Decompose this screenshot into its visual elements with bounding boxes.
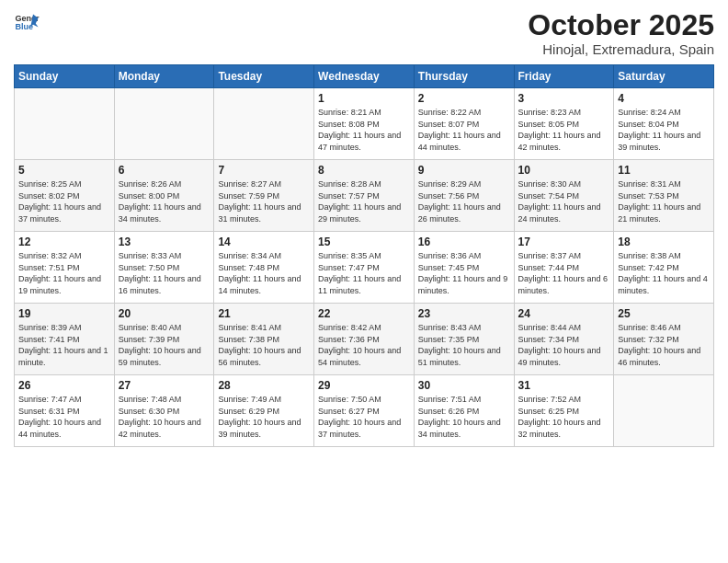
day-info: Sunrise: 8:34 AM Sunset: 7:48 PM Dayligh…: [218, 250, 310, 296]
day-info: Sunrise: 7:47 AM Sunset: 6:31 PM Dayligh…: [18, 394, 110, 440]
day-info: Sunrise: 8:36 AM Sunset: 7:45 PM Dayligh…: [418, 250, 510, 296]
page-header: General Blue October 2025 Hinojal, Extre…: [14, 9, 714, 57]
calendar-cell: 16Sunrise: 8:36 AM Sunset: 7:45 PM Dayli…: [414, 232, 514, 304]
day-number: 6: [119, 164, 210, 177]
day-info: Sunrise: 8:41 AM Sunset: 7:38 PM Dayligh…: [218, 322, 310, 368]
day-number: 20: [119, 307, 210, 320]
calendar-cell: 23Sunrise: 8:43 AM Sunset: 7:35 PM Dayli…: [414, 304, 514, 375]
day-info: Sunrise: 8:27 AM Sunset: 7:59 PM Dayligh…: [218, 178, 310, 224]
calendar-cell: 3Sunrise: 8:23 AM Sunset: 8:05 PM Daylig…: [514, 88, 614, 160]
day-info: Sunrise: 8:29 AM Sunset: 7:56 PM Dayligh…: [418, 178, 510, 224]
day-number: 28: [218, 379, 310, 392]
day-info: Sunrise: 8:24 AM Sunset: 8:04 PM Dayligh…: [618, 107, 710, 153]
day-number: 31: [518, 379, 610, 392]
page-container: General Blue October 2025 Hinojal, Extre…: [0, 0, 728, 456]
day-info: Sunrise: 8:22 AM Sunset: 8:07 PM Dayligh…: [418, 107, 510, 153]
calendar-cell: 15Sunrise: 8:35 AM Sunset: 7:47 PM Dayli…: [314, 232, 415, 304]
calendar-header: Sunday Monday Tuesday Wednesday Thursday…: [15, 65, 714, 88]
day-number: 27: [119, 379, 210, 392]
day-info: Sunrise: 7:50 AM Sunset: 6:27 PM Dayligh…: [318, 394, 410, 440]
day-number: 17: [518, 236, 610, 248]
day-number: 2: [418, 92, 510, 105]
day-info: Sunrise: 8:37 AM Sunset: 7:44 PM Dayligh…: [518, 250, 610, 296]
calendar-cell: 2Sunrise: 8:22 AM Sunset: 8:07 PM Daylig…: [414, 88, 514, 160]
day-info: Sunrise: 8:40 AM Sunset: 7:39 PM Dayligh…: [119, 322, 210, 368]
calendar-cell: 31Sunrise: 7:52 AM Sunset: 6:25 PM Dayli…: [514, 375, 614, 447]
day-number: 16: [418, 236, 510, 248]
day-number: 19: [18, 307, 110, 320]
calendar-cell: 6Sunrise: 8:26 AM Sunset: 8:00 PM Daylig…: [114, 160, 214, 232]
day-number: 3: [518, 92, 610, 105]
calendar-cell: 5Sunrise: 8:25 AM Sunset: 8:02 PM Daylig…: [15, 160, 115, 232]
calendar-cell: 22Sunrise: 8:42 AM Sunset: 7:36 PM Dayli…: [314, 304, 415, 375]
calendar-cell: 21Sunrise: 8:41 AM Sunset: 7:38 PM Dayli…: [214, 304, 314, 375]
day-info: Sunrise: 8:28 AM Sunset: 7:57 PM Dayligh…: [318, 178, 410, 224]
day-number: 21: [218, 307, 310, 320]
day-number: 22: [318, 307, 410, 320]
day-number: 5: [18, 164, 110, 177]
day-number: 10: [518, 164, 610, 177]
day-info: Sunrise: 8:31 AM Sunset: 7:53 PM Dayligh…: [618, 178, 710, 224]
day-info: Sunrise: 8:43 AM Sunset: 7:35 PM Dayligh…: [418, 322, 510, 368]
calendar-cell: 25Sunrise: 8:46 AM Sunset: 7:32 PM Dayli…: [614, 304, 714, 375]
calendar-cell: 14Sunrise: 8:34 AM Sunset: 7:48 PM Dayli…: [214, 232, 314, 304]
col-sunday: Sunday: [15, 65, 115, 88]
day-number: 13: [119, 236, 210, 248]
calendar-cell: 30Sunrise: 7:51 AM Sunset: 6:26 PM Dayli…: [414, 375, 514, 447]
col-wednesday: Wednesday: [314, 65, 415, 88]
title-block: October 2025 Hinojal, Extremadura, Spain: [528, 9, 714, 57]
day-info: Sunrise: 8:21 AM Sunset: 8:08 PM Dayligh…: [318, 107, 410, 153]
svg-text:Blue: Blue: [15, 22, 33, 31]
day-number: 29: [318, 379, 410, 392]
day-number: 1: [318, 92, 410, 105]
day-number: 7: [218, 164, 310, 177]
day-number: 18: [618, 236, 710, 248]
calendar-table: Sunday Monday Tuesday Wednesday Thursday…: [14, 64, 714, 447]
day-info: Sunrise: 7:52 AM Sunset: 6:25 PM Dayligh…: [518, 394, 610, 440]
col-friday: Friday: [514, 65, 614, 88]
day-number: 26: [18, 379, 110, 392]
calendar-cell: 29Sunrise: 7:50 AM Sunset: 6:27 PM Dayli…: [314, 375, 415, 447]
calendar-cell: 26Sunrise: 7:47 AM Sunset: 6:31 PM Dayli…: [15, 375, 115, 447]
calendar-cell: 10Sunrise: 8:30 AM Sunset: 7:54 PM Dayli…: [514, 160, 614, 232]
calendar-cell: 24Sunrise: 8:44 AM Sunset: 7:34 PM Dayli…: [514, 304, 614, 375]
day-info: Sunrise: 8:32 AM Sunset: 7:51 PM Dayligh…: [18, 250, 110, 296]
calendar-week-2: 5Sunrise: 8:25 AM Sunset: 8:02 PM Daylig…: [15, 160, 714, 232]
calendar-cell: 27Sunrise: 7:48 AM Sunset: 6:30 PM Dayli…: [114, 375, 214, 447]
day-info: Sunrise: 8:39 AM Sunset: 7:41 PM Dayligh…: [18, 322, 110, 368]
day-info: Sunrise: 8:35 AM Sunset: 7:47 PM Dayligh…: [318, 250, 410, 296]
day-number: 25: [618, 307, 710, 320]
day-info: Sunrise: 8:30 AM Sunset: 7:54 PM Dayligh…: [518, 178, 610, 224]
day-number: 9: [418, 164, 510, 177]
calendar-week-4: 19Sunrise: 8:39 AM Sunset: 7:41 PM Dayli…: [15, 304, 714, 375]
calendar-cell: 19Sunrise: 8:39 AM Sunset: 7:41 PM Dayli…: [15, 304, 115, 375]
day-info: Sunrise: 7:48 AM Sunset: 6:30 PM Dayligh…: [119, 394, 210, 440]
calendar-body: 1Sunrise: 8:21 AM Sunset: 8:08 PM Daylig…: [15, 88, 714, 447]
col-monday: Monday: [114, 65, 214, 88]
day-number: 11: [618, 164, 710, 177]
day-number: 23: [418, 307, 510, 320]
calendar-cell: 1Sunrise: 8:21 AM Sunset: 8:08 PM Daylig…: [314, 88, 415, 160]
day-info: Sunrise: 8:42 AM Sunset: 7:36 PM Dayligh…: [318, 322, 410, 368]
calendar-cell: 28Sunrise: 7:49 AM Sunset: 6:29 PM Dayli…: [214, 375, 314, 447]
calendar-cell: 20Sunrise: 8:40 AM Sunset: 7:39 PM Dayli…: [114, 304, 214, 375]
calendar-week-5: 26Sunrise: 7:47 AM Sunset: 6:31 PM Dayli…: [15, 375, 714, 447]
calendar-cell: [114, 88, 214, 160]
calendar-cell: [15, 88, 115, 160]
day-info: Sunrise: 8:25 AM Sunset: 8:02 PM Dayligh…: [18, 178, 110, 224]
calendar-cell: [214, 88, 314, 160]
day-number: 8: [318, 164, 410, 177]
day-info: Sunrise: 8:38 AM Sunset: 7:42 PM Dayligh…: [618, 250, 710, 296]
calendar-cell: 4Sunrise: 8:24 AM Sunset: 8:04 PM Daylig…: [614, 88, 714, 160]
calendar-cell: 7Sunrise: 8:27 AM Sunset: 7:59 PM Daylig…: [214, 160, 314, 232]
calendar-cell: 17Sunrise: 8:37 AM Sunset: 7:44 PM Dayli…: [514, 232, 614, 304]
day-info: Sunrise: 8:44 AM Sunset: 7:34 PM Dayligh…: [518, 322, 610, 368]
calendar-cell: 9Sunrise: 8:29 AM Sunset: 7:56 PM Daylig…: [414, 160, 514, 232]
calendar-cell: 11Sunrise: 8:31 AM Sunset: 7:53 PM Dayli…: [614, 160, 714, 232]
day-number: 15: [318, 236, 410, 248]
col-tuesday: Tuesday: [214, 65, 314, 88]
calendar-cell: 8Sunrise: 8:28 AM Sunset: 7:57 PM Daylig…: [314, 160, 415, 232]
col-saturday: Saturday: [614, 65, 714, 88]
calendar-cell: [614, 375, 714, 447]
day-info: Sunrise: 8:33 AM Sunset: 7:50 PM Dayligh…: [119, 250, 210, 296]
